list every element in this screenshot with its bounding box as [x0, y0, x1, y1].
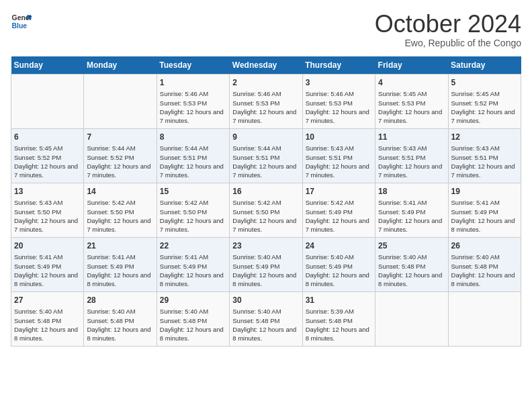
day-info: Sunrise: 5:46 AM Sunset: 5:53 PM Dayligh…: [160, 89, 226, 125]
day-number: 9: [232, 132, 299, 143]
day-info: Sunrise: 5:41 AM Sunset: 5:49 PM Dayligh…: [87, 253, 153, 288]
day-number: 29: [160, 295, 226, 306]
table-row: 30Sunrise: 5:40 AM Sunset: 5:48 PM Dayli…: [230, 291, 302, 346]
day-number: 13: [14, 186, 81, 197]
day-info: Sunrise: 5:45 AM Sunset: 5:52 PM Dayligh…: [451, 89, 518, 125]
header-wednesday: Wednesday: [230, 56, 302, 75]
day-number: 3: [306, 77, 372, 89]
calendar-table: SundayMondayTuesdayWednesdayThursdayFrid…: [11, 56, 521, 347]
table-row: 1Sunrise: 5:46 AM Sunset: 5:53 PM Daylig…: [157, 74, 229, 128]
week-row-2: 6Sunrise: 5:45 AM Sunset: 5:52 PM Daylig…: [11, 128, 521, 183]
day-info: Sunrise: 5:46 AM Sunset: 5:53 PM Dayligh…: [306, 89, 372, 125]
table-row: 21Sunrise: 5:41 AM Sunset: 5:49 PM Dayli…: [84, 237, 157, 291]
table-row: 12Sunrise: 5:43 AM Sunset: 5:51 PM Dayli…: [448, 128, 521, 183]
table-row: 4Sunrise: 5:45 AM Sunset: 5:53 PM Daylig…: [375, 74, 448, 128]
day-info: Sunrise: 5:43 AM Sunset: 5:51 PM Dayligh…: [451, 144, 518, 179]
day-number: 28: [87, 295, 153, 306]
month-title: October 2024: [375, 11, 521, 38]
day-number: 1: [160, 77, 226, 89]
table-row: 11Sunrise: 5:43 AM Sunset: 5:51 PM Dayli…: [375, 128, 448, 183]
day-info: Sunrise: 5:42 AM Sunset: 5:50 PM Dayligh…: [160, 198, 226, 234]
day-number: 22: [160, 240, 226, 252]
table-row: 7Sunrise: 5:44 AM Sunset: 5:52 PM Daylig…: [84, 128, 157, 183]
day-info: Sunrise: 5:40 AM Sunset: 5:48 PM Dayligh…: [232, 307, 299, 342]
table-row: 22Sunrise: 5:41 AM Sunset: 5:49 PM Dayli…: [157, 237, 229, 291]
day-info: Sunrise: 5:44 AM Sunset: 5:51 PM Dayligh…: [232, 144, 299, 179]
day-number: 12: [451, 132, 518, 143]
day-info: Sunrise: 5:43 AM Sunset: 5:51 PM Dayligh…: [378, 144, 445, 179]
svg-text:Blue: Blue: [12, 22, 28, 30]
day-info: Sunrise: 5:43 AM Sunset: 5:51 PM Dayligh…: [306, 144, 372, 179]
day-number: 10: [306, 132, 372, 143]
header-friday: Friday: [375, 56, 448, 75]
table-row: 19Sunrise: 5:41 AM Sunset: 5:49 PM Dayli…: [448, 183, 521, 237]
header-row: SundayMondayTuesdayWednesdayThursdayFrid…: [11, 56, 521, 75]
day-number: 21: [87, 240, 153, 252]
day-info: Sunrise: 5:41 AM Sunset: 5:49 PM Dayligh…: [451, 198, 518, 234]
day-info: Sunrise: 5:42 AM Sunset: 5:50 PM Dayligh…: [232, 198, 299, 234]
day-info: Sunrise: 5:41 AM Sunset: 5:49 PM Dayligh…: [14, 253, 81, 288]
day-number: 30: [232, 295, 299, 306]
table-row: 17Sunrise: 5:42 AM Sunset: 5:49 PM Dayli…: [302, 183, 375, 237]
day-info: Sunrise: 5:40 AM Sunset: 5:49 PM Dayligh…: [306, 253, 372, 288]
day-info: Sunrise: 5:41 AM Sunset: 5:49 PM Dayligh…: [378, 198, 445, 234]
day-number: 20: [14, 240, 81, 252]
week-row-1: 1Sunrise: 5:46 AM Sunset: 5:53 PM Daylig…: [11, 74, 521, 128]
day-number: 15: [160, 186, 226, 197]
day-number: 6: [14, 132, 81, 143]
day-number: 4: [378, 77, 445, 89]
table-row: [448, 291, 521, 346]
table-row: 16Sunrise: 5:42 AM Sunset: 5:50 PM Dayli…: [230, 183, 302, 237]
day-number: 8: [160, 132, 226, 143]
day-info: Sunrise: 5:44 AM Sunset: 5:52 PM Dayligh…: [87, 144, 153, 179]
day-info: Sunrise: 5:40 AM Sunset: 5:49 PM Dayligh…: [232, 253, 299, 288]
day-number: 11: [378, 132, 445, 143]
day-number: 23: [232, 240, 299, 252]
logo: General Blue: [11, 11, 32, 32]
day-number: 24: [306, 240, 372, 252]
day-info: Sunrise: 5:43 AM Sunset: 5:50 PM Dayligh…: [14, 198, 81, 234]
table-row: 15Sunrise: 5:42 AM Sunset: 5:50 PM Dayli…: [157, 183, 229, 237]
day-number: 27: [14, 295, 81, 306]
week-row-4: 20Sunrise: 5:41 AM Sunset: 5:49 PM Dayli…: [11, 237, 521, 291]
header-monday: Monday: [84, 56, 157, 75]
table-row: 2Sunrise: 5:46 AM Sunset: 5:53 PM Daylig…: [230, 74, 302, 128]
location-subtitle: Ewo, Republic of the Congo: [375, 38, 521, 48]
day-number: 16: [232, 186, 299, 197]
header-thursday: Thursday: [302, 56, 375, 75]
table-row: 8Sunrise: 5:44 AM Sunset: 5:51 PM Daylig…: [157, 128, 229, 183]
table-row: 18Sunrise: 5:41 AM Sunset: 5:49 PM Dayli…: [375, 183, 448, 237]
table-row: 31Sunrise: 5:39 AM Sunset: 5:48 PM Dayli…: [302, 291, 375, 346]
day-info: Sunrise: 5:39 AM Sunset: 5:48 PM Dayligh…: [306, 307, 372, 342]
day-info: Sunrise: 5:45 AM Sunset: 5:53 PM Dayligh…: [378, 89, 445, 125]
day-info: Sunrise: 5:40 AM Sunset: 5:48 PM Dayligh…: [451, 253, 518, 288]
table-row: 14Sunrise: 5:42 AM Sunset: 5:50 PM Dayli…: [84, 183, 157, 237]
day-info: Sunrise: 5:40 AM Sunset: 5:48 PM Dayligh…: [378, 253, 445, 288]
day-number: 18: [378, 186, 445, 197]
day-number: 17: [306, 186, 372, 197]
table-row: 9Sunrise: 5:44 AM Sunset: 5:51 PM Daylig…: [230, 128, 302, 183]
table-row: 23Sunrise: 5:40 AM Sunset: 5:49 PM Dayli…: [230, 237, 302, 291]
day-info: Sunrise: 5:40 AM Sunset: 5:48 PM Dayligh…: [160, 307, 226, 342]
table-row: 27Sunrise: 5:40 AM Sunset: 5:48 PM Dayli…: [11, 291, 84, 346]
table-row: 28Sunrise: 5:40 AM Sunset: 5:48 PM Dayli…: [84, 291, 157, 346]
day-info: Sunrise: 5:44 AM Sunset: 5:51 PM Dayligh…: [160, 144, 226, 179]
logo-icon: General Blue: [11, 11, 32, 32]
day-number: 25: [378, 240, 445, 252]
day-info: Sunrise: 5:42 AM Sunset: 5:50 PM Dayligh…: [87, 198, 153, 234]
table-row: 13Sunrise: 5:43 AM Sunset: 5:50 PM Dayli…: [11, 183, 84, 237]
table-row: 26Sunrise: 5:40 AM Sunset: 5:48 PM Dayli…: [448, 237, 521, 291]
header-sunday: Sunday: [11, 56, 84, 75]
week-row-5: 27Sunrise: 5:40 AM Sunset: 5:48 PM Dayli…: [11, 291, 521, 346]
day-info: Sunrise: 5:40 AM Sunset: 5:48 PM Dayligh…: [87, 307, 153, 342]
header-saturday: Saturday: [448, 56, 521, 75]
day-number: 26: [451, 240, 518, 252]
day-info: Sunrise: 5:41 AM Sunset: 5:49 PM Dayligh…: [160, 253, 226, 288]
day-number: 19: [451, 186, 518, 197]
day-number: 2: [232, 77, 299, 89]
table-row: [11, 74, 84, 128]
title-block: October 2024 Ewo, Republic of the Congo: [375, 11, 521, 48]
table-row: 24Sunrise: 5:40 AM Sunset: 5:49 PM Dayli…: [302, 237, 375, 291]
day-number: 5: [451, 77, 518, 89]
page-header: General Blue October 2024 Ewo, Republic …: [11, 11, 521, 48]
